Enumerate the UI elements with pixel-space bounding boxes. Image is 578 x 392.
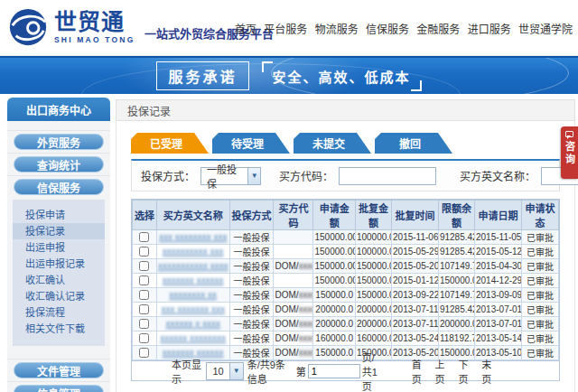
promo-banner: 服务承诺 安全、高效、低成本 — [0, 56, 578, 94]
sidebar-group-button[interactable]: 信息管理 — [14, 385, 104, 392]
page-size-select[interactable]: 10 ▼ — [206, 362, 243, 380]
sidebar-submenu-item[interactable]: 投保流程 — [13, 304, 105, 321]
table-row: xxxxxxxxxx xxx 一般投保 150000.00 100000.0 2… — [133, 245, 559, 259]
sidebar-submenu-item[interactable]: 相关文件下载 — [13, 321, 105, 337]
cell-buyer-code: DOM/xxxxx — [274, 303, 313, 317]
cell-buyer-code — [274, 245, 313, 259]
nav-item[interactable]: 物流服务 — [313, 17, 360, 40]
nav-item[interactable]: 世贸通学院 — [517, 17, 574, 40]
cell-buyer-code: DOM/xxxxx — [274, 317, 313, 331]
cell-status: 已审批 — [521, 288, 558, 303]
cell-method: 一般投保 — [229, 245, 274, 259]
status-tab[interactable]: 撤回 — [375, 133, 452, 154]
cell-apply-amount: 150000.00 — [313, 259, 355, 274]
cell-approve-date: 2015-05-29 — [392, 245, 439, 259]
buyer-name-link[interactable]: xxx xxxxxxx xxx — [161, 304, 225, 314]
record-count-label: 条/共9条信息 — [247, 357, 293, 386]
cell-apply-amount: 150000.00 — [313, 245, 355, 259]
buyer-name-link[interactable]: xxxxxxxxxxx xxxx — [158, 261, 228, 271]
consult-button[interactable]: 咨询 — [561, 126, 578, 179]
buyer-name-link[interactable]: xxxxxxx xxxxxx — [163, 348, 224, 358]
chat-icon — [565, 131, 573, 137]
buyer-name-link[interactable]: xxx xxxxxxxx xxx — [159, 232, 228, 242]
column-header: 选择 — [133, 201, 157, 230]
cell-status: 已审批 — [521, 303, 558, 317]
sidebar-submenu-item[interactable]: 收汇确认记录 — [13, 288, 105, 304]
row-checkbox[interactable] — [139, 333, 149, 343]
cell-approve-date: 2013-09-22 — [392, 288, 439, 303]
row-checkbox[interactable] — [139, 319, 149, 329]
buyer-name-link[interactable]: xxxxxxxxxx xxx — [163, 247, 224, 257]
row-checkbox[interactable] — [139, 290, 149, 300]
cell-approve-date: 2013-07-11 — [392, 303, 439, 317]
sidebar-group-button[interactable]: 文件管理 — [14, 362, 104, 378]
table-row: xxx xxxxxxx xxx 一般投保 DOM/xxxxx 200000.0 … — [133, 303, 559, 317]
pagination-link[interactable]: 上页 — [435, 357, 452, 386]
cell-buyer-code: DOM/xxxxx — [274, 259, 313, 274]
globe-icon — [7, 6, 49, 48]
page-number-input[interactable] — [308, 364, 360, 378]
sidebar-title: 出口商务中心 — [7, 98, 110, 121]
row-checkbox[interactable] — [139, 348, 149, 358]
cell-buyer-code — [274, 274, 313, 288]
cell-apply-amount: 200000.0 — [313, 303, 355, 317]
top-header: 世贸通 SHI MAO TONG 一站式外贸综合服务平台 首页平台服务物流服务信… — [0, 0, 578, 56]
sidebar-submenu: 投保申请 投保记录 出运申报 出运申报记录 收汇确认 收汇确认记录 投保流程 相… — [13, 200, 105, 346]
cell-apply-date: 2013-09-09 — [475, 288, 522, 303]
column-header: 批复金额 — [355, 201, 391, 230]
cell-status: 已审批 — [521, 259, 558, 274]
table-header-row: 选择买方英文名称投保方式买方代码申请金额批复金额批复时间限额余额申请日期申请状态 — [133, 201, 559, 230]
pagination-bar: 本页显示 10 ▼ 条/共9条信息 第 页/共1页 首页上页 — [132, 360, 559, 380]
row-checkbox[interactable] — [139, 304, 149, 314]
status-tab[interactable]: 已受理 — [131, 133, 209, 154]
cell-method: 一般投保 — [229, 288, 274, 303]
cell-apply-date: 2013-05-14 — [475, 331, 522, 346]
cell-limit-balance: 91285.42 — [438, 303, 474, 317]
pagination-link[interactable]: 首页 — [412, 357, 428, 386]
status-tab[interactable]: 待受理 — [212, 133, 290, 154]
cell-apply-date: 2013-07-01 — [475, 303, 522, 317]
column-header: 买方英文名称 — [156, 201, 229, 230]
row-checkbox[interactable] — [139, 275, 149, 285]
row-checkbox[interactable] — [139, 261, 149, 271]
buyer-code-input[interactable] — [339, 167, 436, 185]
row-checkbox[interactable] — [139, 247, 149, 257]
nav-item[interactable]: 平台服务 — [262, 17, 309, 40]
sidebar-submenu-item[interactable]: 投保申请 — [13, 207, 105, 223]
buyer-name-link[interactable]: xxxxxx xxxxxxxx — [160, 333, 226, 343]
sidebar-submenu-item[interactable]: 出运申报记录 — [13, 256, 105, 272]
sidebar-submenu-item[interactable]: 收汇确认 — [13, 272, 105, 288]
cell-limit-balance: 150000.0 — [438, 274, 474, 288]
sidebar-group-button[interactable]: 信保服务 — [14, 179, 104, 195]
sidebar-submenu-item[interactable]: 投保记录 — [13, 223, 105, 239]
pagination-link[interactable]: 末页 — [481, 357, 498, 386]
buyer-name-link[interactable]: xxxxxxx xxxxxx — [163, 275, 224, 285]
nav-item[interactable]: 首页 — [233, 17, 258, 40]
buyer-name-link[interactable]: xxxxxx x xxxx — [165, 319, 220, 329]
sidebar-group-button[interactable]: 查询统计 — [14, 156, 104, 173]
nav-item[interactable]: 进口服务 — [466, 17, 513, 40]
buyer-code-label: 买方代码： — [279, 168, 333, 183]
cell-apply-date: 2015-11-05 — [475, 230, 522, 245]
cell-approved-amount: 150000.0 — [355, 274, 391, 288]
cell-apply-amount: 160000.0 — [313, 331, 355, 346]
cell-status: 已审批 — [521, 274, 558, 288]
table-row: xxxxxxxxxxx xxxx 一般投保 DOM/xxxxx 150000.0… — [133, 259, 559, 274]
cell-approved-amount: 100000.0 — [355, 245, 391, 259]
status-tab[interactable]: 未提交 — [294, 133, 371, 154]
pagination-link[interactable]: 下页 — [458, 357, 474, 386]
insure-method-select[interactable]: 一般投保 ▼ — [200, 167, 261, 185]
cell-limit-balance: 118192.75 — [438, 331, 474, 346]
cell-apply-date: 2014-12-29 — [475, 274, 522, 288]
sidebar-group-button[interactable]: 外贸服务 — [14, 134, 104, 150]
sidebar-submenu-item[interactable]: 出运申报 — [13, 239, 105, 256]
brand-logo[interactable]: 世贸通 SHI MAO TONG — [7, 6, 135, 48]
nav-item[interactable]: 信保服务 — [364, 17, 411, 40]
column-header: 批复时间 — [392, 201, 439, 230]
buyer-name-link[interactable]: xxxxxxxx xx — [169, 290, 217, 300]
cell-limit-balance: 200000.0 — [438, 317, 474, 331]
brand-latin: SHI MAO TONG — [54, 36, 135, 44]
row-checkbox[interactable] — [139, 232, 149, 242]
nav-item[interactable]: 金融服务 — [415, 17, 461, 40]
cell-apply-amount: 150000.00 — [313, 230, 355, 245]
